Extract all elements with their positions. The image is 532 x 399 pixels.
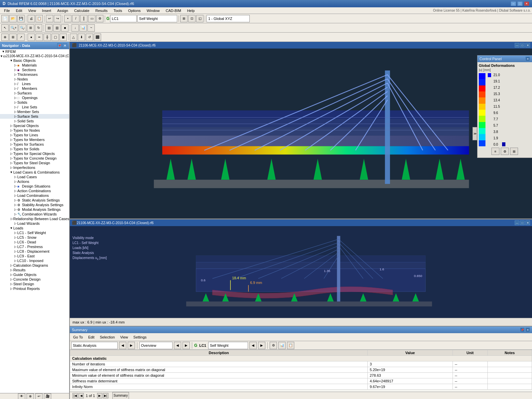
nav-node-thicknesses[interactable]: ▷ Thicknesses — [0, 72, 69, 77]
summary-icon-btn3[interactable]: 📋 — [287, 342, 294, 349]
nav-node-comb-wizards[interactable]: ▷ 🔧 Combination Wizards — [0, 212, 69, 216]
nav-next[interactable]: ▶ — [97, 393, 102, 398]
tb-zoom-in[interactable]: 🔍+ — [9, 24, 18, 32]
nav-node-lc1[interactable]: ▷ LC1 - Self Weight — [0, 230, 69, 235]
tb-solid[interactable]: ◼ — [60, 34, 67, 41]
nav-node-loads[interactable]: ▼ Loads — [0, 226, 69, 230]
tb-zoom-out[interactable]: 🔍- — [19, 24, 26, 32]
menu-options[interactable]: Options — [125, 8, 143, 13]
title-buttons[interactable]: – □ ✕ — [511, 1, 529, 6]
table-row-determinant[interactable]: Stiffness matrix determinant 4.64e+24891… — [70, 378, 532, 384]
tb-snap[interactable]: ⊕ — [1, 34, 9, 41]
summary-icon-btn1[interactable]: ⚙ — [270, 342, 277, 349]
menu-help[interactable]: Help — [185, 8, 198, 13]
nav-node-load-comb[interactable]: ▷ Load Combinations — [0, 193, 69, 198]
tb-deform[interactable]: ~ — [87, 24, 95, 32]
vp-top-canvas[interactable]: Control Panel ✕ Global Deformations |u| … — [70, 49, 532, 218]
menu-file[interactable]: File — [1, 8, 13, 13]
table-row-infinity[interactable]: Infinity Norm 9.67e+19 -- — [70, 384, 532, 390]
nav-node-types-members[interactable]: ▷ Types for Members — [0, 137, 69, 142]
tb-line2[interactable]: ━ — [36, 34, 43, 41]
nav-node-types-surfaces[interactable]: ▷ Types for Surfaces — [0, 142, 69, 147]
table-row-max-stiff[interactable]: Maximum value of element of stiffness ma… — [70, 367, 532, 373]
nav-node-lc5[interactable]: ▷ LC5 - Snow — [0, 235, 69, 240]
nav-node-lc10[interactable]: ▷ LC10 - Imposed — [0, 258, 69, 263]
nav-node-results[interactable]: ▷ Results — [0, 268, 69, 272]
menu-tools[interactable]: Tools — [111, 8, 125, 13]
summary-ov-next-button[interactable]: ▶ — [183, 342, 190, 349]
side-expand-button[interactable]: ≫ — [472, 127, 477, 140]
summary-analysis-dropdown[interactable]: Static Analysis — [71, 342, 118, 349]
nav-node-printout-reports[interactable]: ▷ Printout Reports — [0, 286, 69, 291]
nav-node-lc7[interactable]: ▷ LC7 - Prestress — [0, 244, 69, 249]
nav-node-openings[interactable]: ▷ □ Openings — [0, 95, 69, 100]
summary-overview-dropdown[interactable]: Overview — [139, 342, 173, 349]
menu-view[interactable]: View — [26, 8, 39, 13]
tb-surface[interactable]: ▭ — [88, 15, 95, 22]
nav-node-special-objects[interactable]: ▷ Special Objects — [0, 123, 69, 128]
tb-rotate[interactable]: ↻ — [35, 24, 42, 32]
viewport-top[interactable]: ⬛ 21106-MCE-XX-ZZ-M3-C-2010-S4-C04 (Clos… — [70, 42, 532, 219]
summary-next-button[interactable]: ▶ — [128, 342, 135, 349]
menu-results[interactable]: Results — [93, 8, 110, 13]
tb-save[interactable]: 💾 — [17, 15, 25, 22]
nav-node-types-steel[interactable]: ▷ Types for Steel Design — [0, 161, 69, 165]
nav-header-buttons[interactable]: 📌 ✕ — [57, 43, 67, 48]
tb-moment[interactable]: ↺ — [86, 34, 93, 41]
cp-config-btn[interactable]: ⚙ — [501, 148, 509, 155]
vp-top-close[interactable]: ✕ — [525, 43, 530, 48]
nav-node-surfaces[interactable]: ▷ Surfaces — [0, 91, 69, 95]
nav-node-sections[interactable]: ▷ ■ Sections — [0, 67, 69, 72]
nav-node-members[interactable]: ▷ / Members — [0, 86, 69, 91]
nav-node-rfem[interactable]: ▼ RFEM — [0, 49, 69, 54]
nav-prev[interactable]: ◀ — [78, 393, 84, 398]
viewport-bottom[interactable]: ⬛ 21106-MCE-XX-ZZ-M3-C-2010-S4-C04 (Clos… — [70, 219, 532, 326]
nav-node-types-lines[interactable]: ▷ Types for Lines — [0, 133, 69, 137]
cp-grid-btn[interactable]: ⊞ — [510, 148, 518, 155]
tb-node2[interactable]: ● — [28, 34, 35, 41]
nav-node-stability-settings[interactable]: ▷ ⚙ Stability Analysis Settings — [0, 202, 69, 207]
tb-3d[interactable]: ◱ — [196, 15, 203, 22]
nav-node-load-cases-comb[interactable]: ▼ Load Cases & Combinations — [0, 170, 69, 175]
nav-node-line-sets[interactable]: ▷ / Line Sets — [0, 105, 69, 109]
tb-load2[interactable]: ⬇ — [78, 34, 85, 41]
nav-node-types-solids[interactable]: ▷ Types for Solids — [0, 147, 69, 151]
tb-display[interactable]: ▤ — [45, 24, 53, 32]
summary-lc-next[interactable]: ▶ — [258, 342, 265, 349]
view-dropdown[interactable]: 1 - Global XYZ — [206, 15, 250, 22]
tb-undo[interactable]: ↩ — [46, 15, 53, 22]
summary-tab-button[interactable]: Summary — [112, 392, 129, 399]
tb-load[interactable]: ↓ — [71, 24, 79, 32]
nav-btn-3[interactable]: ↩ — [35, 393, 43, 399]
maximize-button[interactable]: □ — [517, 1, 523, 6]
cp-close-button[interactable]: ✕ — [525, 57, 530, 61]
tb-grid[interactable]: ⊞ — [9, 34, 17, 41]
summary-close-button[interactable]: ✕ — [525, 328, 530, 332]
vp-bot-maximize[interactable]: □ — [520, 220, 525, 225]
tb-render[interactable]: ■ — [61, 24, 68, 32]
vp-bot-minimize[interactable]: — — [515, 220, 519, 225]
tb-support[interactable]: △ — [70, 34, 77, 41]
nav-btn-1[interactable]: 👁 — [18, 393, 25, 399]
summary-lc-prev[interactable]: ◀ — [249, 342, 257, 349]
nav-node-load-wizards[interactable]: ▷ Load Wizards — [0, 221, 69, 226]
nav-node-concrete-design[interactable]: ▷ Concrete Design — [0, 277, 69, 282]
menu-calculate[interactable]: Calculate — [71, 8, 92, 13]
tb-print2[interactable]: 📋 — [36, 15, 43, 22]
nav-node-types-nodes[interactable]: ▷ Types for Nodes — [0, 128, 69, 133]
nav-node-load-cases[interactable]: ▷ Load Cases — [0, 175, 69, 179]
cp-table-btn[interactable]: ≡ — [491, 148, 499, 155]
tb-surface2[interactable]: ▢ — [52, 34, 59, 41]
tb-line[interactable]: / — [72, 15, 79, 22]
tb-display2[interactable]: ▥ — [53, 24, 61, 32]
table-row-min-stiff[interactable]: Minimum value of element of stiffness ma… — [70, 373, 532, 378]
nav-scroll-buttons[interactable]: 👁 ⊕ ↩ 🎥 — [0, 393, 69, 399]
summary-pin-button[interactable]: 📌 — [520, 328, 525, 332]
nav-node-basic-objects[interactable]: ▼ Basic Objects — [0, 58, 69, 63]
summary-menu-edit[interactable]: Edit — [86, 334, 96, 340]
vp-bot-canvas[interactable]: Visibility mode LC1 - Self Weight Loads … — [70, 226, 532, 318]
nav-btn-2[interactable]: ⊕ — [27, 393, 34, 399]
tb-member2[interactable]: ╫ — [44, 34, 51, 41]
nav-node-materials[interactable]: ▷ ■ Materials — [0, 63, 69, 67]
nav-node-member-sets[interactable]: ▷ Member Sets — [0, 109, 69, 114]
